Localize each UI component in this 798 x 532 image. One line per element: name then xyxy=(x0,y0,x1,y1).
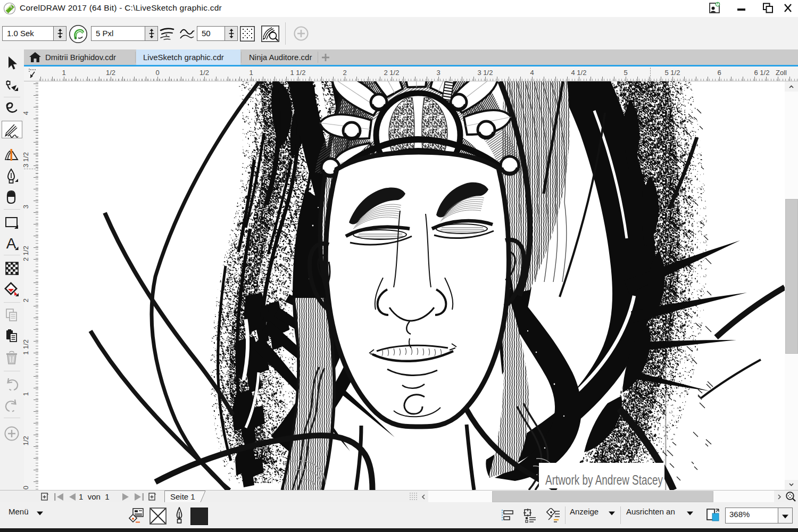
svg-text:A: A xyxy=(6,236,16,252)
svg-text:Artwork by Andrew Stacey: Artwork by Andrew Stacey xyxy=(545,472,663,488)
